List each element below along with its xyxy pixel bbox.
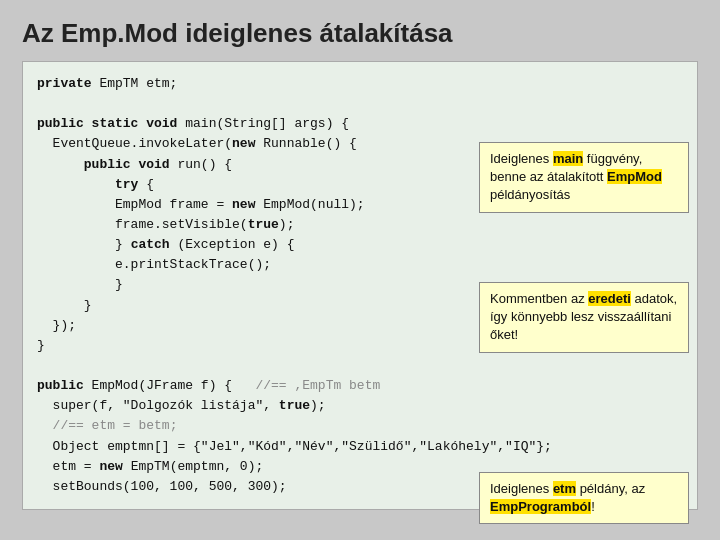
slide-title: Az Emp.Mod ideiglenes átalakítása [22,18,698,49]
code-line-10: e.printStackTrace(); [37,255,683,275]
tooltip-komment-highlight: eredeti [588,291,631,306]
code-line-8: frame.setVisible(true); [37,215,683,235]
code-line-blank [37,94,683,114]
tooltip-komment: Kommentben az eredeti adatok, így könnye… [479,282,689,353]
tooltip-etm: Ideiglenes etm példány, az EmpProgramból… [479,472,689,524]
tooltip-main-highlight2: EmpMod [607,169,662,184]
code-line-1: private EmpTM etm; [37,74,683,94]
code-area: private EmpTM etm; public static void ma… [22,61,698,510]
code-line-16: public EmpMod(JFrame f) { //== ,EmpTm be… [37,376,683,396]
code-line-9: } catch (Exception e) { [37,235,683,255]
slide: Az Emp.Mod ideiglenes átalakítása privat… [0,0,720,540]
tooltip-etm-highlight1: etm [553,481,576,496]
code-line-17: super(f, "Dolgozók listája", true); [37,396,683,416]
tooltip-main-highlight1: main [553,151,583,166]
code-line-blank2 [37,356,683,376]
code-line-3: public static void main(String[] args) { [37,114,683,134]
tooltip-etm-highlight2: EmpProgramból [490,499,591,514]
code-line-19: Object emptmn[] = {"Jel","Kód","Név","Sz… [37,437,683,457]
code-line-18: //== etm = betm; [37,416,683,436]
tooltip-main: Ideiglenes main függvény, benne az átala… [479,142,689,213]
